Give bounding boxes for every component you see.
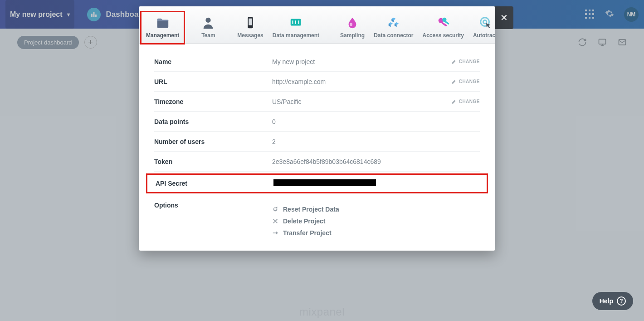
- tab-team-label: Team: [201, 32, 215, 39]
- pencil-icon: [451, 99, 457, 104]
- svg-rect-9: [249, 19, 252, 25]
- label-name: Name: [154, 58, 272, 65]
- change-url-button[interactable]: CHANGE: [451, 79, 480, 84]
- svg-point-11: [350, 23, 352, 26]
- change-name-button[interactable]: CHANGE: [451, 59, 480, 64]
- tab-sampling-label: Sampling: [340, 32, 365, 39]
- pencil-icon: [451, 59, 457, 64]
- folder-icon: [155, 16, 171, 30]
- row-url: URL http://example.com CHANGE: [154, 72, 480, 92]
- refresh-small-icon: [272, 206, 278, 212]
- svg-point-17: [483, 20, 487, 24]
- row-api-secret: API Secret: [146, 173, 488, 193]
- tab-sampling[interactable]: Sampling: [336, 12, 369, 43]
- cubes-icon: [385, 16, 402, 30]
- change-timezone-button[interactable]: CHANGE: [451, 99, 480, 104]
- droplet-icon: [344, 16, 361, 30]
- tab-autotrack-label: Autotrack: [473, 32, 495, 39]
- label-data-points: Data points: [154, 118, 272, 125]
- cursor-target-icon: [478, 16, 494, 30]
- label-timezone: Timezone: [154, 98, 272, 105]
- redacted-secret: [273, 179, 376, 186]
- modal-body: Name My new project CHANGE URL http://ex…: [139, 44, 495, 251]
- row-token: Token 2e3e8a66ef84b5f89b03b64c6814c689: [154, 152, 480, 172]
- row-data-points: Data points 0: [154, 112, 480, 132]
- help-question-icon: ?: [617, 296, 626, 306]
- tab-access-security[interactable]: Access security: [418, 12, 468, 43]
- value-timezone: US/Pacific: [272, 98, 451, 105]
- person-icon: [200, 16, 216, 30]
- svg-point-7: [206, 18, 211, 23]
- x-small-icon: [272, 218, 278, 224]
- value-num-users: 2: [272, 138, 480, 145]
- value-url: http://example.com: [272, 78, 451, 85]
- label-token: Token: [154, 158, 272, 165]
- label-options: Options: [154, 202, 272, 209]
- tab-messages[interactable]: Messages: [233, 12, 268, 43]
- brand-logo: mixpanel: [299, 306, 345, 318]
- arrow-right-icon: [272, 230, 278, 236]
- tab-team[interactable]: Team: [195, 12, 221, 43]
- row-timezone: Timezone US/Pacific CHANGE: [154, 92, 480, 112]
- equalizer-icon: [288, 16, 304, 30]
- pencil-icon: [451, 79, 457, 84]
- help-label: Help: [600, 297, 613, 305]
- label-api-secret: API Secret: [147, 180, 273, 187]
- value-api-secret[interactable]: [273, 179, 487, 188]
- tab-data-management[interactable]: Data management: [268, 12, 324, 43]
- tab-data-connector[interactable]: Data connector: [369, 12, 418, 43]
- keys-icon: [435, 16, 451, 30]
- settings-modal: Management Team Messages Data management: [139, 6, 513, 251]
- tab-access-security-label: Access security: [422, 32, 463, 39]
- row-num-users: Number of users 2: [154, 132, 480, 152]
- row-name: Name My new project CHANGE: [154, 52, 480, 72]
- phone-icon: [242, 16, 259, 30]
- tab-messages-label: Messages: [237, 32, 263, 39]
- option-reset-project-data[interactable]: Reset Project Data: [272, 203, 480, 215]
- tab-management[interactable]: Management: [141, 12, 184, 43]
- tab-management-label: Management: [146, 32, 179, 39]
- value-data-points: 0: [272, 118, 480, 125]
- help-button[interactable]: Help ?: [592, 292, 633, 310]
- option-transfer-project[interactable]: Transfer Project: [272, 227, 480, 239]
- modal-tabs: Management Team Messages Data management: [139, 6, 495, 44]
- label-num-users: Number of users: [154, 138, 272, 145]
- value-token[interactable]: 2e3e8a66ef84b5f89b03b64c6814c689: [272, 158, 480, 165]
- tab-autotrack[interactable]: Autotrack: [468, 12, 495, 43]
- row-options: Options Reset Project Data Delete Projec…: [154, 197, 480, 239]
- option-delete-project[interactable]: Delete Project: [272, 215, 480, 227]
- tab-data-management-label: Data management: [273, 32, 319, 39]
- label-url: URL: [154, 78, 272, 85]
- value-name: My new project: [272, 58, 451, 65]
- options-list: Reset Project Data Delete Project Transf…: [272, 202, 480, 239]
- tab-data-connector-label: Data connector: [374, 32, 413, 39]
